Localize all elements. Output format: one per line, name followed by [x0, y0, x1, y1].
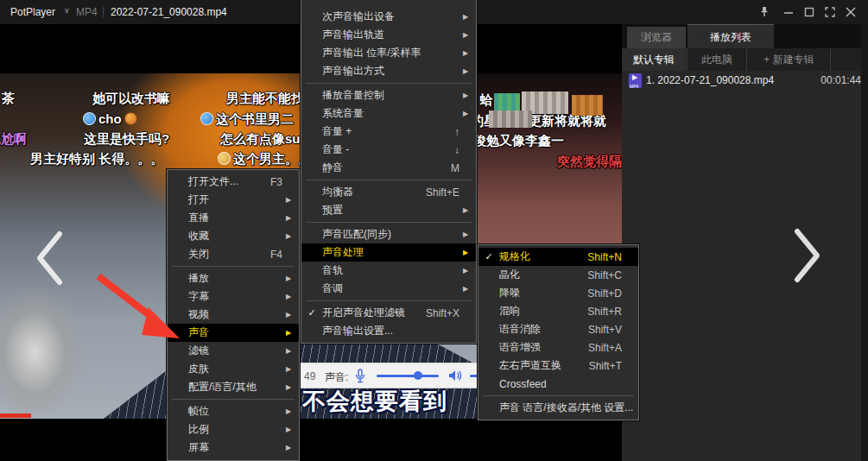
- menu-item-mute[interactable]: 静音M: [301, 159, 476, 177]
- volume-value: 49: [304, 370, 315, 382]
- menu-item-noise-reduction[interactable]: 降噪Shift+D: [478, 284, 638, 302]
- pin-on-top-icon[interactable]: [757, 5, 772, 19]
- submenu-arrow-icon: ▶: [286, 365, 299, 373]
- menu-item-playback-volume-control[interactable]: 播放音量控制▶: [301, 86, 476, 104]
- submenu-arrow-icon: ▶: [463, 13, 476, 21]
- menu-item-swap-channels[interactable]: 左右声道互换Shift+T: [478, 357, 638, 375]
- volume-slider-thumb[interactable]: [414, 371, 422, 380]
- submenu-arrow-icon: ▶: [286, 383, 299, 391]
- album-tab-bar: 默认专辑 此电脑 + 新建专辑: [622, 48, 868, 71]
- menu-item-close[interactable]: 关闭F4: [168, 245, 299, 263]
- maximize-icon[interactable]: [801, 5, 817, 19]
- danmaku-text: 尴尬啊: [0, 131, 27, 148]
- tab-browser[interactable]: 浏览器: [627, 27, 686, 48]
- danmaku-text: 蛤: [480, 92, 493, 109]
- submenu-arrow-icon: ▶: [463, 67, 476, 75]
- menu-item-normalize[interactable]: ✓规格化Shift+N: [478, 248, 638, 266]
- menu-item-volume-down[interactable]: 音量 -↓: [301, 141, 476, 159]
- volume-label: 声音:: [325, 370, 348, 385]
- red-annotation-arrow: [92, 269, 187, 347]
- next-video-chevron-icon[interactable]: [791, 227, 824, 284]
- submenu-arrow-icon: ▶: [463, 230, 476, 238]
- menu-item-presets[interactable]: 预置▶: [301, 201, 476, 219]
- menu-item-secondary-audio-device[interactable]: 次声音输出设备▶: [301, 8, 476, 26]
- tab-playlist[interactable]: 播放列表: [687, 24, 774, 48]
- submenu-arrow-icon: ▶: [286, 232, 299, 240]
- chevron-down-icon: ∨: [64, 6, 70, 15]
- menu-item-aspect-ratio[interactable]: 比例▶: [168, 420, 299, 439]
- menu-separator: [306, 222, 472, 223]
- menu-item-audio-sync[interactable]: 声音匹配(同步)▶: [301, 225, 476, 243]
- menu-item-audio-output-track[interactable]: 声音输出轨道▶: [301, 26, 476, 44]
- panel-tab-bar: 浏览器 播放列表: [622, 24, 868, 48]
- menu-item-voice-enhance[interactable]: 语音增强Shift+A: [478, 338, 638, 357]
- menu-item-playback[interactable]: 播放▶: [168, 269, 299, 287]
- submenu-arrow-icon: ▶: [286, 311, 299, 319]
- microphone-icon[interactable]: [354, 369, 366, 384]
- submenu-arrow-icon: ▶: [286, 347, 299, 355]
- danmaku-text: cho: [83, 111, 137, 126]
- censor-mosaic: [572, 95, 603, 116]
- playlist-item-duration: 00:01:44: [820, 74, 861, 86]
- menu-item-screen[interactable]: 屏幕▶: [168, 439, 299, 457]
- submenu-arrow-icon: ▶: [463, 31, 476, 39]
- speaker-icon[interactable]: [447, 369, 463, 382]
- volume-osd: 49 声音:: [301, 363, 478, 388]
- check-icon: ✓: [301, 307, 322, 319]
- app-menu-button[interactable]: PotPlayer: [10, 6, 55, 18]
- menu-item-audio-bitrate-samplerate[interactable]: 声音输出 位率/采样率▶: [301, 44, 476, 62]
- menu-item-audio[interactable]: 声音▶: [168, 324, 299, 342]
- menu-item-enable-audio-processing-filter[interactable]: ✓开启声音处理滤镜Shift+X: [301, 304, 476, 322]
- close-icon[interactable]: [843, 5, 858, 19]
- menu-separator: [172, 266, 295, 267]
- menu-item-open[interactable]: 打开▶: [168, 191, 299, 209]
- censor-mosaic: [489, 111, 532, 128]
- menu-item-video[interactable]: 视频▶: [168, 306, 299, 324]
- menu-item-frame-position[interactable]: 帧位▶: [168, 402, 299, 420]
- menu-item-audio-output-settings[interactable]: 声音输出设置...: [301, 322, 476, 340]
- volume-slider-track[interactable]: [377, 375, 439, 377]
- menu-item-pitch[interactable]: 音调▶: [301, 280, 476, 298]
- smiley-emoji-icon: [124, 112, 137, 125]
- context-menu-main: 打开文件...F3 打开▶ 直播▶ 收藏▶ 关闭F4 播放▶ 字幕▶ 视频▶ 声…: [167, 169, 300, 461]
- menu-item-filters[interactable]: 滤镜▶: [168, 342, 299, 360]
- playlist-panel: 浏览器 播放列表 默认专辑 此电脑 + 新建专辑 ▶ MP4 1. 2022-0…: [622, 24, 868, 461]
- codec-badge: MP4: [76, 6, 98, 18]
- menu-item-crystalize[interactable]: 晶化Shift+C: [478, 266, 638, 284]
- menu-item-equalizer[interactable]: 均衡器Shift+E: [301, 183, 476, 201]
- menu-item-open-file[interactable]: 打开文件...F3: [168, 173, 299, 191]
- menu-item-audio-language-receiver-settings[interactable]: 声音 语言/接收器/其他 设置...: [478, 399, 638, 417]
- tab-default-album[interactable]: 默认专辑: [622, 48, 686, 71]
- menu-item-system-volume[interactable]: 系统音量▶: [301, 104, 476, 123]
- minimize-icon[interactable]: [781, 5, 796, 19]
- menu-item-favorites[interactable]: 收藏▶: [168, 227, 299, 245]
- user-avatar-badge: [83, 112, 96, 125]
- submenu-arrow-icon: ▶: [463, 49, 476, 57]
- context-menu-audio-processing: ✓规格化Shift+N 晶化Shift+C 降噪Shift+D 混响Shift+…: [478, 244, 639, 420]
- danmaku-text: 突然觉得隔壁: [557, 154, 622, 170]
- tab-new-album[interactable]: + 新建专辑: [748, 48, 831, 71]
- submenu-arrow-icon: ▶: [286, 407, 299, 415]
- tab-this-pc[interactable]: 此电脑: [687, 48, 747, 71]
- menu-item-crossfeed[interactable]: Crossfeed: [478, 375, 638, 393]
- menu-item-audio-output-mode[interactable]: 声音输出方式▶: [301, 62, 476, 80]
- previous-video-chevron-icon[interactable]: [33, 230, 66, 287]
- menu-separator: [306, 180, 472, 180]
- submenu-arrow-icon: ▶: [286, 293, 299, 300]
- menu-item-audio-tracks[interactable]: 音轨▶: [301, 262, 476, 280]
- submenu-arrow-icon: ▶: [463, 110, 476, 117]
- video-subtitle: 不会想要看到: [302, 386, 447, 417]
- menu-item-audio-processing[interactable]: 声音处理▶: [301, 243, 476, 262]
- danmaku-text: 俊勉又像李鑫一: [473, 133, 564, 149]
- danmaku-text: 她可以改书嘛: [92, 91, 170, 107]
- menu-item-preferences[interactable]: 配置/语言/其他▶: [168, 378, 299, 396]
- menu-item-voice-removal[interactable]: 语音消除Shift+V: [478, 320, 638, 338]
- mp4-file-icon: ▶ MP4: [629, 73, 642, 88]
- menu-item-skins[interactable]: 皮肤▶: [168, 360, 299, 378]
- playlist-item[interactable]: ▶ MP4 1. 2022-07-21_090028.mp4 00:01:44: [624, 73, 866, 90]
- menu-item-subtitles[interactable]: 字幕▶: [168, 287, 299, 306]
- menu-item-live-broadcast[interactable]: 直播▶: [168, 209, 299, 227]
- fullscreen-icon[interactable]: [822, 5, 838, 19]
- menu-item-reverb[interactable]: 混响Shift+R: [478, 302, 638, 320]
- menu-item-volume-up[interactable]: 音量 +↑: [301, 123, 476, 141]
